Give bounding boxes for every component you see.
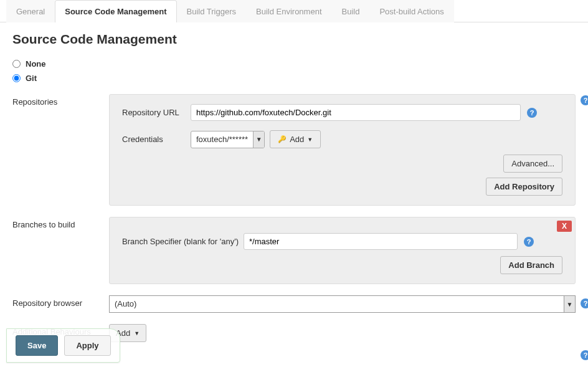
config-tabs: General Source Code Management Build Tri… [0,0,588,22]
repo-browser-select[interactable]: (Auto) ▼ [109,295,576,313]
save-button[interactable]: Save [16,335,58,356]
branch-specifier-label: Branch Specifier (blank for 'any') [122,237,244,246]
help-icon[interactable]: ? [581,95,588,105]
branches-panel: X Branch Specifier (blank for 'any') ? A… [109,217,576,284]
repositories-label: Repositories [12,94,109,206]
scm-none-label: None [26,59,46,69]
action-bar: Save Apply [6,328,120,363]
repo-browser-label: Repository browser [12,295,109,313]
help-icon[interactable]: ? [524,237,534,247]
tab-post-build[interactable]: Post-build Actions [369,0,453,22]
chevron-down-icon: ▼ [253,131,264,148]
help-icon[interactable]: ? [527,108,537,118]
repo-url-input[interactable] [191,104,521,121]
tab-general[interactable]: General [6,0,55,22]
scm-none-radio[interactable] [12,60,21,68]
chevron-down-icon: ▼ [134,330,140,336]
branch-specifier-input[interactable] [244,233,518,250]
repositories-panel: Repository URL ? Credentials foxutech/**… [109,94,576,206]
tab-build[interactable]: Build [332,0,370,22]
tab-build-environment[interactable]: Build Environment [246,0,332,22]
chevron-down-icon: ▼ [564,296,575,312]
credentials-label: Credentials [122,135,191,144]
advanced-button[interactable]: Advanced... [503,155,562,173]
delete-branch-button[interactable]: X [557,221,572,232]
page-title: Source Code Management [12,32,576,47]
apply-button[interactable]: Apply [64,335,110,356]
chevron-down-icon: ▼ [307,136,313,143]
credentials-select[interactable]: foxutech/****** ▼ [191,131,265,148]
help-icon[interactable]: ? [581,350,588,360]
tab-build-triggers[interactable]: Build Triggers [177,0,246,22]
branches-label: Branches to build [12,217,109,284]
key-icon: 🔑 [278,135,287,143]
add-branch-button[interactable]: Add Branch [500,256,562,274]
scm-git-radio[interactable] [12,74,21,82]
help-icon[interactable]: ? [581,298,588,308]
repo-url-label: Repository URL [122,108,191,117]
scm-git-label: Git [26,74,37,83]
add-repository-button[interactable]: Add Repository [486,178,562,196]
tab-scm[interactable]: Source Code Management [55,0,176,22]
add-credentials-button[interactable]: 🔑 Add ▼ [270,130,321,148]
